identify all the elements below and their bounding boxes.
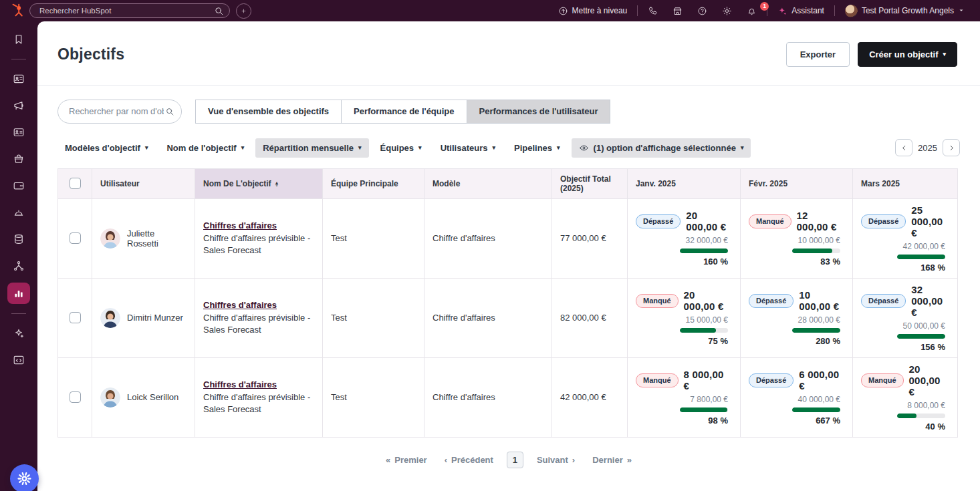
export-button[interactable]: Exporter: [786, 42, 850, 67]
column-header-feb[interactable]: Févr. 2025: [741, 168, 853, 198]
filter-nom-de-l-objectif[interactable]: Nom de l'objectif▾: [159, 138, 251, 158]
pagination-last[interactable]: Dernier»: [587, 455, 637, 465]
goal-subtitle: Chiffre d'affaires prévisible - Sales Fo…: [203, 232, 314, 256]
sidebar-item-contacts[interactable]: [7, 69, 30, 89]
sidebar-item-wallet[interactable]: [7, 176, 30, 196]
assistant-button[interactable]: Assistant: [770, 6, 832, 16]
goal-link[interactable]: Chiffres d'affaires: [203, 300, 277, 310]
row-checkbox[interactable]: [70, 391, 81, 403]
chevron-down-icon: ▾: [492, 145, 495, 151]
main-content: Objectifs Exporter Créer un objectif ▾ V…: [37, 21, 980, 491]
month-target-amount: 20 000,00 €: [686, 210, 728, 232]
column-header-jan[interactable]: Janv. 2025: [628, 168, 741, 198]
sidebar-item-bar-chart[interactable]: [7, 283, 30, 304]
pagination-current-page[interactable]: 1: [507, 452, 523, 468]
total-cell: 42 000,00 €: [552, 357, 628, 437]
pagination-first[interactable]: «Premier: [380, 455, 433, 465]
column-header-template[interactable]: Modèle: [424, 168, 552, 198]
previous-year-button[interactable]: [895, 139, 912, 156]
sidebar-item-megaphone[interactable]: [7, 96, 30, 116]
year-label: 2025: [918, 143, 937, 153]
month-cell: Dépassé 6 000,00 € 40 000,00 € 667 %: [741, 357, 853, 437]
pagination-next[interactable]: Suivant›: [531, 455, 580, 465]
global-search[interactable]: [29, 3, 230, 18]
month-target-amount: 8 000,00 €: [684, 369, 728, 391]
chevron-down-icon: ▾: [741, 145, 744, 151]
quick-create-button[interactable]: [236, 3, 251, 19]
goal-link[interactable]: Chiffres d'affaires: [203, 379, 277, 389]
account-menu[interactable]: Test Portal Growth Angels: [838, 5, 972, 17]
global-search-input[interactable]: [38, 6, 214, 15]
breeze-assistant-fab[interactable]: [10, 464, 39, 491]
select-all-checkbox[interactable]: [70, 178, 81, 189]
calling-button[interactable]: [640, 6, 665, 16]
sidebar-item-bookmark[interactable]: [7, 29, 30, 49]
team-cell: Test: [323, 278, 424, 357]
sidebar-item-service-bell[interactable]: [7, 202, 30, 222]
next-year-button[interactable]: [943, 139, 960, 156]
month-percent: 75 %: [708, 336, 728, 346]
upgrade-label: Mettre à niveau: [572, 6, 628, 15]
status-badge: Manqué: [636, 294, 679, 308]
filter-utilisateurs[interactable]: Utilisateurs▾: [433, 138, 503, 158]
month-percent: 667 %: [816, 416, 840, 426]
marketplace-button[interactable]: [665, 6, 690, 16]
settings-button[interactable]: [715, 6, 739, 16]
search-icon: [165, 107, 174, 116]
column-header-mar[interactable]: Mars 2025: [853, 168, 958, 198]
column-header-total[interactable]: Objectif Total (2025): [552, 168, 628, 198]
upgrade-button[interactable]: Mettre à niveau: [551, 6, 635, 16]
sidebar-item-sparkle[interactable]: [7, 323, 30, 343]
month-percent: 280 %: [816, 336, 840, 346]
filter-r-partition-mensuelle[interactable]: Répartition mensuelle▾: [255, 138, 368, 158]
month-actual-amount: 7 800,00 €: [690, 395, 728, 404]
month-actual-amount: 40 000,00 €: [798, 395, 840, 404]
month-target-amount: 12 000,00 €: [797, 210, 840, 232]
goal-search[interactable]: [57, 100, 182, 124]
column-header-primary-team[interactable]: Équipe Principale: [323, 168, 424, 198]
month-target-amount: 32 000,00 €: [911, 284, 945, 318]
row-checkbox[interactable]: [70, 232, 81, 244]
search-icon: [214, 6, 224, 16]
goal-link[interactable]: Chiffres d'affaires: [203, 220, 277, 230]
pagination-prev[interactable]: ‹Précédent: [439, 455, 499, 465]
sidebar-item-commerce[interactable]: [7, 149, 30, 169]
column-header-goal-name[interactable]: Nom De L'objectif▲▼: [195, 168, 323, 198]
status-badge: Manqué: [749, 214, 791, 228]
filter-display-options[interactable]: (1) option d'affichage sélectionnée▾: [572, 138, 751, 158]
divider: [834, 5, 835, 16]
topbar: Mettre à niveau 1 Assistant Test Portal …: [0, 0, 980, 21]
hubspot-logo[interactable]: [9, 3, 24, 18]
status-badge: Dépassé: [861, 294, 906, 308]
column-header-user[interactable]: Utilisateur: [92, 168, 195, 198]
notifications-button[interactable]: 1: [739, 6, 764, 16]
sidebar-item-code-window[interactable]: [7, 350, 30, 370]
goal-search-input[interactable]: [68, 106, 165, 117]
bar-chart-icon: [13, 287, 25, 299]
template-cell: Chiffre d'affaires: [424, 357, 552, 437]
tab-user-performance[interactable]: Performances de l'utilisateur: [467, 100, 611, 124]
create-goal-button[interactable]: Créer un objectif ▾: [858, 42, 957, 67]
tab-goals-overview[interactable]: Vue d'ensemble des objectifs: [195, 100, 342, 124]
bell-icon: [747, 6, 757, 16]
month-actual-amount: 8 000,00 €: [907, 401, 945, 410]
row-checkbox[interactable]: [70, 312, 81, 323]
sidebar-item-database[interactable]: [7, 229, 30, 249]
sidebar-item-workflow[interactable]: [7, 256, 30, 276]
account-label: Test Portal Growth Angels: [862, 6, 954, 15]
month-percent: 40 %: [925, 422, 945, 432]
progress-bar: [792, 249, 840, 253]
status-badge: Dépassé: [636, 214, 681, 228]
sidebar-item-content-card[interactable]: [7, 122, 30, 142]
filter-pipelines[interactable]: Pipelines▾: [507, 138, 568, 158]
goal-cell: Chiffres d'affaires Chiffre d'affaires p…: [195, 357, 323, 437]
help-button[interactable]: [690, 6, 715, 16]
filter--quipes[interactable]: Équipes▾: [373, 138, 429, 158]
month-target-amount: 10 000,00 €: [799, 289, 840, 312]
filter-label: Répartition mensuelle: [263, 143, 354, 153]
goals-table: Utilisateur Nom De L'objectif▲▼ Équipe P…: [57, 168, 957, 438]
filter-mod-les-d-objectif[interactable]: Modèles d'objectif▾: [57, 138, 155, 158]
tab-team-performance[interactable]: Performance de l'équipe: [341, 100, 467, 124]
user-cell: Loick Serillon: [92, 357, 195, 437]
month-cell: Manqué 20 000,00 € 8 000,00 € 40 %: [853, 357, 958, 437]
